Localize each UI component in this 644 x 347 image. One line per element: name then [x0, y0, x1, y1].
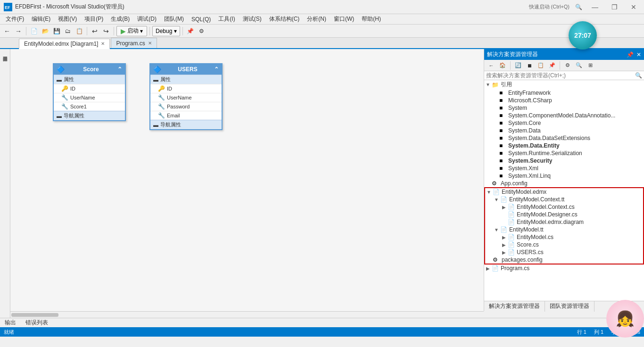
diagram-canvas[interactable]: 🔷 Score ⌃ ▬ 属性 🔑 ID 🔧 UserName: [10, 49, 484, 311]
close-button[interactable]: ✕: [627, 2, 640, 12]
menu-item-m[interactable]: 团队(M): [160, 14, 188, 25]
misc-button2[interactable]: ⚙: [197, 26, 207, 36]
tree-toggle[interactable]: ▶: [500, 235, 508, 240]
save-button[interactable]: 💾: [51, 26, 62, 36]
start-button[interactable]: ▶ 启动 ▾: [116, 26, 147, 36]
sol-header: 解决方案资源管理器 📌 ✕: [484, 49, 644, 60]
menu-item-f[interactable]: 文件(F): [2, 14, 28, 25]
sol-expand-button[interactable]: ⊞: [585, 60, 595, 71]
tree-toggle[interactable]: ▼: [493, 197, 500, 202]
output-tab[interactable]: 输出: [3, 319, 18, 327]
tree-item[interactable]: ▶📄Program.cs: [484, 264, 644, 272]
tree-item[interactable]: ■EntityFramework: [484, 89, 644, 97]
tree-item[interactable]: ■System.ComponentModel.DataAnnotatio...: [484, 112, 644, 119]
tree-item[interactable]: ⚙App.config: [484, 180, 644, 187]
back-button[interactable]: ←: [2, 26, 12, 36]
tree-item[interactable]: ■System.Runtime.Serialization: [484, 149, 644, 157]
canvas-scrollbar-horizontal[interactable]: [10, 311, 484, 318]
sol-close-button[interactable]: ✕: [636, 51, 641, 58]
tree-item[interactable]: ▼📁引用: [484, 80, 644, 89]
tab-program-label: Program.cs: [116, 40, 145, 47]
sol-prop-button[interactable]: ⚙: [562, 60, 573, 71]
forward-button[interactable]: →: [13, 26, 24, 36]
tree-item[interactable]: ▶📄EntityModel.Context.cs: [484, 203, 644, 211]
tree-item[interactable]: ■System.Xml: [484, 165, 644, 172]
tab-entitymodel-close[interactable]: ✕: [101, 41, 105, 46]
tree-node-label: EntityModel.cs: [517, 234, 553, 240]
tree-item[interactable]: ■System.Core: [484, 119, 644, 127]
minimize-button[interactable]: —: [588, 2, 602, 12]
entity-score-expand[interactable]: ⌃: [117, 66, 122, 73]
tree-item[interactable]: ■System.Security: [484, 157, 644, 165]
menu-item-b[interactable]: 生成(B): [107, 14, 133, 25]
tab-entitymodel[interactable]: EntityModel.edmx [Diagram1] ✕: [19, 39, 110, 49]
new-project-button[interactable]: 📄: [29, 26, 39, 36]
tree-item[interactable]: ■System.Xml.Linq: [484, 172, 644, 180]
menu-item-h[interactable]: 帮助(H): [358, 14, 385, 25]
sol-back-button[interactable]: ←: [486, 60, 496, 71]
tab-program-close[interactable]: ✕: [148, 41, 152, 46]
sol-pin-button[interactable]: 📌: [627, 51, 634, 58]
sol-btab-team[interactable]: 团队资源管理器: [545, 301, 594, 312]
entity-users-props-header[interactable]: ▬ 属性: [150, 74, 222, 84]
restore-button[interactable]: ❐: [608, 2, 621, 12]
tree-toggle[interactable]: ▶: [500, 250, 508, 255]
sol-search-input[interactable]: [486, 72, 633, 79]
tree-item[interactable]: ▼📄EntityModel.edmx: [484, 187, 644, 196]
entity-score-name: Score: [83, 66, 99, 73]
search-icon[interactable]: 🔍: [575, 4, 582, 10]
tree-item[interactable]: ■Microsoft.CSharp: [484, 97, 644, 104]
tree-item[interactable]: ■System.Data.Entity: [484, 142, 644, 149]
menu-item-c[interactable]: 体系结构(C): [265, 14, 304, 25]
menu-item-i[interactable]: 工具(I): [215, 14, 239, 25]
sol-filter-button[interactable]: 🔍: [574, 60, 584, 71]
entity-score-props-header[interactable]: ▬ 属性: [54, 74, 125, 84]
tree-item[interactable]: 📄EntityModel.Designer.cs: [484, 211, 644, 218]
menu-item-s[interactable]: 测试(S): [239, 14, 265, 25]
sol-copy-button[interactable]: 📋: [536, 60, 546, 71]
sol-home-button[interactable]: 🏠: [497, 60, 508, 71]
tree-toggle[interactable]: ▶: [500, 242, 508, 248]
tree-item[interactable]: ▶📄Score.cs: [484, 241, 644, 248]
tree-item[interactable]: ■System: [484, 104, 644, 112]
tree-node-icon: 📄: [492, 265, 499, 272]
tree-toggle[interactable]: ▼: [485, 190, 493, 195]
menu-item-w[interactable]: 窗口(W): [330, 14, 358, 25]
tree-toggle[interactable]: ▼: [484, 82, 492, 87]
tree-item[interactable]: ⚙packages.config: [484, 256, 644, 264]
tree-item[interactable]: ■System.Data.DataSetExtensions: [484, 134, 644, 142]
tree-item[interactable]: 📄EntityModel.edmx.diagram: [484, 218, 644, 226]
tree-item[interactable]: ▼📄EntityModel.Context.tt: [484, 196, 644, 203]
tree-toggle[interactable]: ▶: [484, 266, 492, 271]
tree-item[interactable]: ▶📄EntityModel.cs: [484, 233, 644, 241]
save-all-button[interactable]: 🗂: [63, 26, 73, 36]
menu-item-e[interactable]: 编辑(E): [28, 14, 54, 25]
sol-paste-button[interactable]: 📌: [547, 60, 557, 71]
btn5[interactable]: 📋: [74, 26, 84, 36]
entity-users-expand[interactable]: ⌃: [214, 66, 219, 73]
tree-item[interactable]: ■System.Data: [484, 127, 644, 134]
tree-item[interactable]: ▶📄USERS.cs: [484, 248, 644, 256]
scroll-thumb-h[interactable]: [11, 313, 58, 317]
menu-item-v[interactable]: 视图(V): [54, 14, 81, 25]
tab-program[interactable]: Program.cs ✕: [111, 38, 157, 48]
menu-item-p[interactable]: 项目(P): [81, 14, 107, 25]
redo-button[interactable]: ↪: [101, 26, 111, 36]
tree-item[interactable]: ▼📄EntityModel.tt: [484, 226, 644, 233]
sol-search-icon[interactable]: 🔍: [635, 72, 642, 79]
tree-toggle[interactable]: ▶: [500, 205, 508, 210]
debug-dropdown[interactable]: Debug ▾: [152, 26, 180, 36]
menu-item-n[interactable]: 分析(N): [303, 14, 330, 25]
tree-toggle[interactable]: ▼: [493, 227, 500, 232]
misc-button[interactable]: 📌: [185, 26, 196, 36]
sol-stop-button[interactable]: ⏹: [524, 60, 535, 71]
entity-score-nav-header[interactable]: ▬ 导航属性: [54, 111, 125, 120]
sol-btab-solution[interactable]: 解决方案资源管理器: [484, 301, 545, 312]
open-button[interactable]: 📂: [40, 26, 50, 36]
error-list-tab[interactable]: 错误列表: [24, 319, 50, 327]
undo-button[interactable]: ↩: [90, 26, 100, 36]
entity-users-nav-header[interactable]: ▬ 导航属性: [150, 120, 222, 129]
menu-item-d[interactable]: 调试(D): [133, 14, 160, 25]
sol-refresh-button[interactable]: 🔄: [513, 60, 523, 71]
menu-item-sqlq[interactable]: SQL(Q): [188, 14, 215, 25]
